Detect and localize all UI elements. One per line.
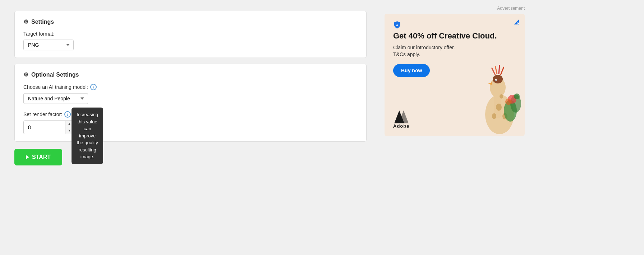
ad-subtitle: Claim our introductory offer.T&Cs apply. xyxy=(393,44,516,58)
optional-settings-body: Choose an AI training model: i Nature an… xyxy=(23,78,358,134)
render-factor-tooltip-container: i Increasing this value can improve the … xyxy=(64,111,71,118)
render-factor-info-icon[interactable]: i xyxy=(64,111,71,118)
optional-settings-title: Optional Settings xyxy=(31,72,79,78)
optional-settings-card: ⚙ Optional Settings Choose an AI trainin… xyxy=(14,64,367,142)
start-button[interactable]: START xyxy=(14,149,62,165)
adobe-brand-text: Adobe xyxy=(393,123,409,129)
ai-model-label: Choose an AI training model: i xyxy=(23,84,358,90)
start-button-label: START xyxy=(32,154,51,160)
ai-model-info-icon[interactable]: i xyxy=(90,84,97,90)
svg-text:A: A xyxy=(396,24,398,27)
ad-triangle-icon: ▶ xyxy=(514,19,519,24)
ad-buy-button[interactable]: Buy now xyxy=(393,64,430,77)
render-factor-label: Set render factor: i Increasing this val… xyxy=(23,111,358,118)
format-select[interactable]: PNG JPEG WEBP BMP TIFF xyxy=(23,40,74,50)
ad-label: Advertisement xyxy=(497,6,525,11)
model-select[interactable]: Nature and People Generic Portrait xyxy=(23,93,88,104)
ad-illustration xyxy=(449,60,525,136)
settings-body: Target format: PNG JPEG WEBP BMP TIFF xyxy=(23,25,358,50)
adobe-logo-icon xyxy=(394,110,409,123)
svg-point-8 xyxy=(496,104,502,111)
settings-header: ⚙ Settings xyxy=(23,18,358,25)
gear-icon-optional: ⚙ xyxy=(23,71,28,78)
target-format-label: Target format: xyxy=(23,31,358,37)
main-content: ⚙ Settings Target format: PNG JPEG WEBP … xyxy=(0,0,381,255)
svg-point-12 xyxy=(493,75,503,83)
svg-point-18 xyxy=(496,80,497,81)
svg-point-23 xyxy=(505,99,512,105)
svg-text:▶: ▶ xyxy=(518,22,519,24)
svg-point-11 xyxy=(500,94,503,99)
ad-title: Get 40% off Creative Cloud. xyxy=(393,31,516,41)
ad-adobe-logo: Adobe xyxy=(393,110,409,129)
svg-point-10 xyxy=(492,113,496,119)
gear-icon-settings: ⚙ xyxy=(23,18,28,25)
svg-line-14 xyxy=(495,66,497,74)
svg-line-13 xyxy=(492,68,495,75)
ad-panel: Advertisement A ▶ Get 40% off Creative C… xyxy=(381,0,532,255)
svg-line-16 xyxy=(501,67,504,75)
settings-card: ⚙ Settings Target format: PNG JPEG WEBP … xyxy=(14,11,367,58)
svg-line-15 xyxy=(499,65,500,74)
ad-box: A ▶ Get 40% off Creative Cloud. Claim ou… xyxy=(385,14,525,136)
optional-settings-header: ⚙ Optional Settings xyxy=(23,71,358,78)
render-factor-tooltip: Increasing this value can improve the qu… xyxy=(72,108,103,164)
ad-shield-icon: A xyxy=(393,21,401,29)
chevron-right-icon xyxy=(26,155,29,159)
render-factor-input[interactable] xyxy=(24,122,65,133)
render-factor-row: Set render factor: i Increasing this val… xyxy=(23,111,358,134)
svg-point-24 xyxy=(514,94,520,99)
settings-title: Settings xyxy=(31,19,54,25)
ai-model-row: Choose an AI training model: i Nature an… xyxy=(23,84,358,104)
render-factor-input-wrap: ▲ ▼ xyxy=(23,120,74,134)
